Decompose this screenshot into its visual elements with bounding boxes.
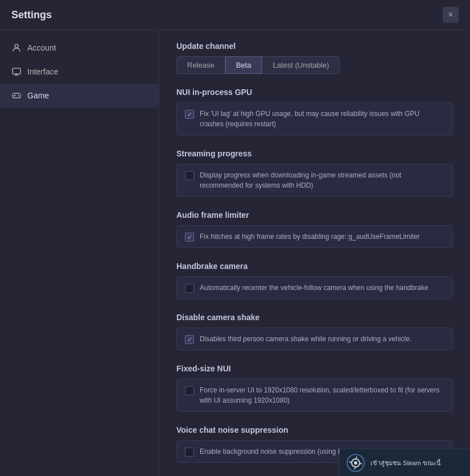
svg-point-0 xyxy=(15,44,18,48)
section-title-fixed-size-nui: Fixed-size NUI xyxy=(176,364,453,373)
sidebar-label-account: Account xyxy=(27,43,56,52)
option-box-disable-camera-shake: Disables third person camera shake while… xyxy=(176,328,453,350)
section-handbrake-camera: Handbrake cameraAutomatically recenter t… xyxy=(176,262,453,299)
sidebar-item-interface[interactable]: Interface xyxy=(0,60,159,84)
checkbox-nui-gpu[interactable] xyxy=(185,110,194,119)
checkbox-handbrake-camera[interactable] xyxy=(185,284,194,293)
option-box-nui-gpu: Fix 'UI lag' at high GPU usage, but may … xyxy=(176,102,453,135)
checkbox-streaming-progress[interactable] xyxy=(185,171,194,180)
option-text-disable-camera-shake: Disables third person camera shake while… xyxy=(200,334,411,344)
option-box-fixed-size-nui: Force in-server UI to 1920x1080 resoluti… xyxy=(176,379,453,412)
channel-btn-beta[interactable]: Beta xyxy=(225,56,262,74)
section-title-disable-camera-shake: Disable camera shake xyxy=(176,313,453,322)
option-box-handbrake-camera: Automatically recenter the vehicle-follo… xyxy=(176,276,453,299)
settings-window: Settings × AccountInterfaceGame Update c… xyxy=(0,0,470,476)
checkbox-disable-camera-shake[interactable] xyxy=(185,335,194,344)
option-text-streaming-progress: Display progress when downloading in-gam… xyxy=(200,170,444,191)
svg-point-7 xyxy=(354,461,357,465)
sidebar: AccountInterfaceGame xyxy=(0,30,159,476)
steam-toast-text: เข้าสู่ชุมชน Steam ขณะนี้ xyxy=(370,458,441,468)
content-area: AccountInterfaceGame Update channelRelea… xyxy=(0,30,470,476)
channel-button-group: ReleaseBetaLatest (Unstable) xyxy=(176,56,453,74)
option-text-nui-gpu: Fix 'UI lag' at high GPU usage, but may … xyxy=(200,109,444,129)
sidebar-item-game[interactable]: Game xyxy=(0,84,159,107)
section-update-channel: Update channelReleaseBetaLatest (Unstabl… xyxy=(176,42,453,74)
option-box-streaming-progress: Display progress when downloading in-gam… xyxy=(176,164,453,197)
section-audio-frame-limiter: Audio frame limiterFix hitches at high f… xyxy=(176,210,453,248)
person-icon xyxy=(11,43,22,53)
option-box-audio-frame-limiter: Fix hitches at high frame rates by disab… xyxy=(176,225,453,248)
section-title-audio-frame-limiter: Audio frame limiter xyxy=(176,210,453,220)
section-nui-gpu: NUI in-process GPUFix 'UI lag' at high G… xyxy=(176,88,453,135)
close-button[interactable]: × xyxy=(443,7,459,23)
sidebar-label-game: Game xyxy=(27,91,49,100)
checkbox-fixed-size-nui[interactable] xyxy=(185,386,194,395)
main-content: Update channelReleaseBetaLatest (Unstabl… xyxy=(159,30,470,476)
section-title-voice-noise-suppression: Voice chat noise suppression xyxy=(176,425,453,434)
steam-toast: เข้าสู่ชุมชน Steam ขณะนี้ xyxy=(339,449,470,476)
channel-btn-latest-(unstable)[interactable]: Latest (Unstable) xyxy=(262,56,340,74)
option-text-handbrake-camera: Automatically recenter the vehicle-follo… xyxy=(200,283,428,293)
option-text-fixed-size-nui: Force in-server UI to 1920x1080 resoluti… xyxy=(200,385,444,405)
section-title-streaming-progress: Streaming progress xyxy=(176,149,453,158)
section-fixed-size-nui: Fixed-size NUIForce in-server UI to 1920… xyxy=(176,364,453,412)
channel-btn-release[interactable]: Release xyxy=(176,56,225,74)
window-title: Settings xyxy=(11,9,52,21)
sidebar-label-interface: Interface xyxy=(27,67,58,76)
svg-rect-1 xyxy=(13,68,20,74)
section-disable-camera-shake: Disable camera shakeDisables third perso… xyxy=(176,313,453,350)
section-title-update-channel: Update channel xyxy=(176,42,453,51)
gamepad-icon xyxy=(11,90,22,101)
checkbox-voice-noise-suppression[interactable] xyxy=(185,448,194,457)
section-streaming-progress: Streaming progressDisplay progress when … xyxy=(176,149,453,197)
section-title-nui-gpu: NUI in-process GPU xyxy=(176,88,453,97)
steam-logo-icon xyxy=(347,454,365,472)
svg-point-4 xyxy=(18,95,19,96)
monitor-icon xyxy=(11,67,22,77)
option-text-audio-frame-limiter: Fix hitches at high frame rates by disab… xyxy=(200,231,420,242)
sidebar-item-account[interactable]: Account xyxy=(0,36,159,60)
checkbox-audio-frame-limiter[interactable] xyxy=(185,233,194,242)
section-title-handbrake-camera: Handbrake camera xyxy=(176,262,453,271)
title-bar: Settings × xyxy=(0,0,470,30)
